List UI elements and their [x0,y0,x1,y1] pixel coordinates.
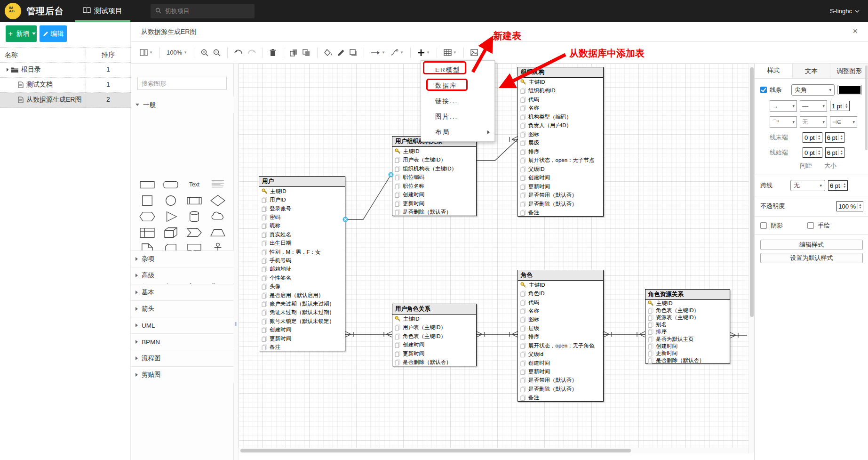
er-field[interactable]: 别名 [645,321,730,328]
er-field[interactable]: 邮箱地址 [259,265,345,274]
er-field[interactable]: 代码 [518,95,603,104]
end-spacing-stepper[interactable]: 0 pt▲▼ [803,132,822,143]
er-table-用户组织机构关系[interactable]: 用户组织机构关系主键ID用户表（主键ID）组织机构表（主键ID）职位编码职位名称… [392,136,477,216]
er-table-角色[interactable]: 角色主键ID角色ID代码名称图标层级排序展开状态，open：无子角色父级id创建… [518,270,604,402]
shape-cylinder[interactable] [183,209,206,225]
er-field[interactable]: 排序 [645,328,730,335]
palette-section[interactable]: 流程图 [131,350,234,366]
edit-style-button[interactable]: 编辑样式 [760,240,863,250]
er-field[interactable]: 角色表（主键ID） [645,307,730,314]
palette-section[interactable]: 基本 [131,284,234,300]
er-field[interactable]: 头像 [259,282,345,291]
doc-tree-row[interactable]: 测试文档1 [0,78,131,93]
er-field[interactable]: 展开状态，open：无子节点 [518,156,603,165]
toolbar-zoom-select[interactable]: 100%▼ [164,47,190,58]
toolbar-conn-button[interactable]: ▼ [368,48,388,57]
er-field[interactable]: 是否删除（默认否） [392,208,476,217]
toolbar-toback-button[interactable] [300,47,313,58]
line-pattern-select[interactable]: —▾ [800,100,827,112]
tab-text[interactable]: 文本 [793,64,831,78]
palette-section[interactable]: 高级 [131,267,234,283]
menu-item-图片[interactable]: 图片... [421,109,494,124]
er-field[interactable]: 创建时间 [645,343,730,350]
er-field[interactable]: 资源表（主键ID） [645,314,730,321]
project-search[interactable] [151,4,255,18]
er-field[interactable]: 层级 [518,324,603,332]
add-button[interactable]: ＋ 新增 [6,25,37,42]
shape-search-input[interactable] [142,80,224,87]
er-field[interactable]: 账户未过期（默认未过期） [259,299,345,308]
er-field[interactable]: 层级 [518,139,603,148]
er-field[interactable]: 更新时间 [645,350,730,357]
toolbar-tofront-button[interactable] [287,47,300,58]
line-width-stepper[interactable]: 1 pt▲▼ [830,101,850,111]
er-field[interactable]: 父级id [518,350,603,358]
toolbar-trash-button[interactable] [267,47,279,58]
er-field[interactable]: 密码 [259,213,345,221]
arrow-style-select[interactable]: →▾ [770,100,797,112]
er-field[interactable]: 登录账号 [259,204,345,213]
toolbar-image-button[interactable] [468,47,480,58]
er-field[interactable]: 排序 [518,333,603,341]
line-color-swatch[interactable] [837,85,862,95]
er-field[interactable]: 组织机构ID [518,87,603,96]
palette-section[interactable]: 杂项 [131,250,234,267]
user-menu[interactable]: S-linghc [830,0,860,22]
app-logo[interactable]: IMAG [5,3,21,19]
er-field[interactable]: 更新时间 [259,334,345,343]
shape-rounded[interactable] [159,177,183,193]
toolbar-redo-button[interactable] [245,48,258,58]
er-field[interactable]: 代码 [518,298,603,307]
palette-splitter[interactable]: ‖ [234,64,239,460]
er-field[interactable]: 创建时间 [518,174,603,183]
er-field[interactable]: 展开状态，open：无子角色 [518,341,603,350]
line-style-select[interactable]: 尖角▾ [791,84,835,96]
toolbar-undo-button[interactable] [232,48,245,58]
er-field[interactable]: 备注 [518,209,603,218]
tree-expand-caret[interactable] [5,68,8,72]
palette-section[interactable]: UML [131,317,234,333]
er-field[interactable]: 父级ID [518,165,603,174]
shape-trapezoid[interactable] [206,225,230,241]
palette-section-general[interactable]: 一般 [131,97,234,113]
er-field[interactable]: 是否删除（默认否） [392,358,476,367]
palette-section[interactable]: BPMN [131,333,234,350]
menu-item-ER模型[interactable]: ER模型 [421,62,494,78]
er-field[interactable]: 主键ID [259,187,345,195]
toolbar-zoomin-button[interactable] [199,47,211,58]
er-field[interactable]: 出生日期 [259,239,345,247]
er-field[interactable]: 名称 [518,307,603,315]
er-table-组织机构[interactable]: 组织机构主键ID组织机构ID代码名称机构类型（编码）负责人（用户ID）图标层级排… [518,67,604,217]
shape-process[interactable] [183,193,206,209]
er-field[interactable]: 是否启用（默认启用） [259,291,345,299]
er-table-用户[interactable]: 用户主键ID用户ID登录账号密码昵称真实姓名出生日期性别，M：男，F：女手机号码… [259,176,345,351]
er-field[interactable]: 用户表（主键ID） [392,156,476,165]
er-field[interactable]: 机构类型（编码） [518,113,603,121]
er-field[interactable]: 创建时间 [518,359,603,367]
end-size-stepper[interactable]: 6 pt▲▼ [825,132,845,143]
doc-tree-row[interactable]: 根目录1 [0,63,131,78]
shape-square[interactable] [135,193,159,209]
er-field[interactable]: 排序 [518,147,603,156]
er-field[interactable]: 个性签名 [259,274,345,282]
er-field[interactable]: 主键ID [518,281,603,289]
tab-style[interactable]: 样式 [755,64,793,78]
er-field[interactable]: 职位名称 [392,182,476,191]
sketch-checkbox[interactable] [807,222,814,229]
er-field[interactable]: 创建时间 [392,191,476,200]
menu-item-布局[interactable]: 布局 [421,124,494,140]
toolbar-grid-button[interactable]: ▼ [441,47,459,58]
nav-project-tab[interactable]: 测试项目 [75,0,130,22]
er-field[interactable]: 昵称 [259,222,345,230]
toolbar-fill-button[interactable] [322,47,335,58]
er-field[interactable]: 真实姓名 [259,230,345,239]
er-field[interactable]: 手机号码 [259,256,345,265]
shape-hexagon[interactable] [135,209,159,225]
shape-rect[interactable] [135,177,159,193]
er-field[interactable]: 更新时间 [518,367,603,376]
er-table-角色资源关系[interactable]: 角色资源关系主键ID角色表（主键ID）资源表（主键ID）别名排序是否为默认主页创… [645,289,730,363]
er-field[interactable]: 更新时间 [518,182,603,191]
er-field[interactable]: 角色表（主键ID） [392,332,476,341]
er-field[interactable]: 角色ID [518,289,603,298]
palette-section[interactable]: 箭头 [131,300,234,317]
